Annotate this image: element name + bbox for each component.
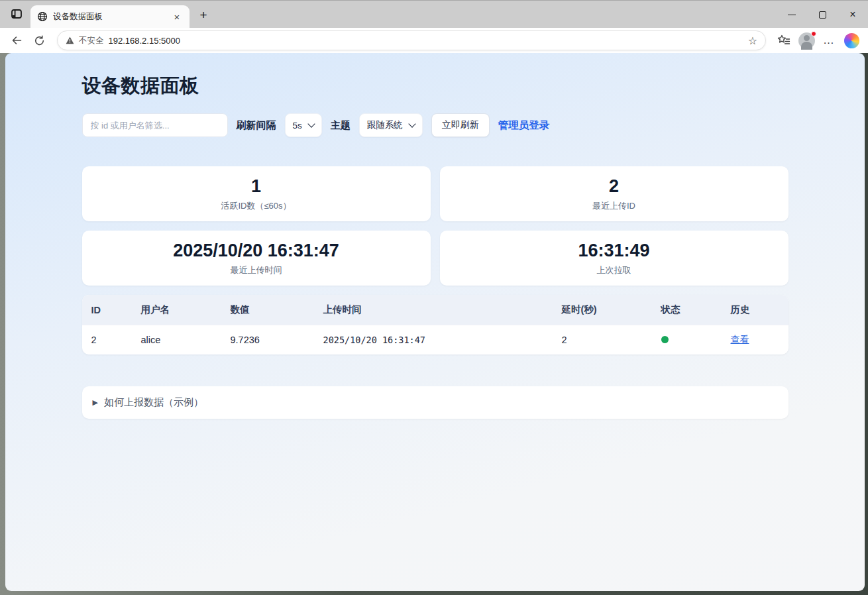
settings-menu-button[interactable]: … — [819, 30, 839, 50]
data-table: ID 用户名 数值 上传时间 延时(秒) 状态 历史 2 alice 9.723… — [82, 295, 788, 354]
stat-card-last-fetch: 16:31:49 上次拉取 — [440, 231, 788, 286]
table-row: 2 alice 9.7236 2025/10/20 16:31:47 2 查看 — [82, 325, 788, 355]
minimize-icon — [788, 15, 796, 15]
browser-tab[interactable]: 设备数据面板 × — [30, 5, 190, 28]
cell-status — [652, 325, 722, 355]
page-title: 设备数据面板 — [82, 73, 788, 99]
window-controls: × — [777, 1, 868, 28]
history-view-link[interactable]: 查看 — [731, 334, 749, 345]
url-text[interactable]: 192.168.2.15:5000 — [109, 36, 743, 46]
theme-label: 主题 — [331, 119, 351, 132]
browser-toolbar: 不安全 192.168.2.15:5000 ☆ … — [0, 28, 868, 53]
back-button[interactable] — [7, 30, 27, 50]
details-summary-text: 如何上报数据（示例） — [104, 396, 203, 409]
refresh-now-button[interactable]: 立即刷新 — [431, 113, 490, 137]
cell-upload-time: 2025/10/20 16:31:47 — [314, 325, 553, 355]
copilot-icon — [844, 33, 859, 48]
stat-label: 最近上传ID — [447, 200, 782, 212]
stat-value: 2 — [447, 176, 782, 197]
stat-label: 上次拉取 — [447, 264, 782, 276]
stat-card-latest-upload-time: 2025/10/20 16:31:47 最近上传时间 — [82, 231, 431, 286]
copilot-button[interactable] — [841, 30, 861, 50]
favorites-list-icon — [777, 34, 790, 46]
stat-label: 最近上传时间 — [89, 264, 424, 276]
status-online-dot — [661, 336, 669, 343]
workspaces-icon — [10, 7, 23, 21]
cell-user: alice — [132, 325, 221, 355]
col-header-id: ID — [82, 295, 132, 325]
stat-value: 2025/10/20 16:31:47 — [89, 241, 424, 261]
refresh-interval-select[interactable]: 5s — [285, 113, 322, 137]
col-header-user: 用户名 — [132, 295, 221, 325]
stats-grid: 1 活跃ID数（≤60s） 2 最近上传ID 2025/10/20 16:31:… — [82, 166, 788, 286]
maximize-button[interactable] — [807, 1, 838, 28]
stat-card-active-ids: 1 活跃ID数（≤60s） — [82, 166, 431, 221]
col-header-delay: 延时(秒) — [553, 295, 652, 325]
desktop-edge: 设备数据面板 刷新间隔 5s 主题 跟随系统 立即刷新 管理员登录 1 活跃ID… — [0, 53, 868, 595]
close-button[interactable]: × — [838, 1, 868, 28]
filter-input[interactable] — [82, 113, 228, 137]
stat-card-latest-id: 2 最近上传ID — [440, 166, 788, 221]
back-icon — [11, 34, 23, 46]
col-header-history: 历史 — [722, 295, 788, 325]
favorite-star-icon[interactable]: ☆ — [748, 34, 757, 47]
notification-dot — [811, 31, 816, 36]
maximize-icon — [819, 11, 826, 19]
page-viewport: 设备数据面板 刷新间隔 5s 主题 跟随系统 立即刷新 管理员登录 1 活跃ID… — [5, 53, 865, 591]
tab-title: 设备数据面板 — [53, 11, 164, 23]
cell-delay: 2 — [553, 325, 652, 355]
not-secure-warning-icon — [66, 36, 74, 44]
close-icon: × — [849, 9, 855, 21]
controls-row: 刷新间隔 5s 主题 跟随系统 立即刷新 管理员登录 — [82, 113, 788, 137]
col-header-status: 状态 — [652, 295, 722, 325]
globe-icon — [37, 11, 48, 22]
new-tab-button[interactable]: + — [192, 4, 215, 27]
reload-icon — [34, 35, 45, 46]
security-label[interactable]: 不安全 — [79, 35, 104, 46]
avatar-head — [804, 35, 810, 41]
chevron-down-icon — [408, 120, 415, 127]
browser-titlebar: 设备数据面板 × + × — [0, 0, 868, 28]
minimize-button[interactable] — [777, 1, 807, 28]
cell-history: 查看 — [722, 325, 788, 355]
cell-id: 2 — [82, 325, 132, 355]
how-to-report-details[interactable]: ▶ 如何上报数据（示例） — [82, 386, 788, 419]
refresh-interval-value: 5s — [293, 121, 302, 131]
tab-actions-button[interactable] — [5, 3, 28, 25]
favorites-hub-button[interactable] — [774, 30, 794, 50]
stat-label: 活跃ID数（≤60s） — [89, 200, 424, 212]
avatar — [798, 32, 815, 49]
profile-button[interactable] — [796, 30, 816, 50]
tab-close-icon[interactable]: × — [170, 9, 184, 24]
refresh-interval-label: 刷新间隔 — [237, 119, 276, 132]
table-header-row: ID 用户名 数值 上传时间 延时(秒) 状态 历史 — [82, 295, 788, 325]
cell-value: 9.7236 — [221, 325, 314, 355]
admin-login-link[interactable]: 管理员登录 — [498, 119, 550, 133]
theme-value: 跟随系统 — [367, 119, 403, 131]
details-expand-icon: ▶ — [93, 398, 98, 407]
col-header-upload-time: 上传时间 — [314, 295, 553, 325]
stat-value: 16:31:49 — [447, 241, 782, 261]
chevron-down-icon — [307, 120, 315, 127]
col-header-value: 数值 — [221, 295, 314, 325]
theme-select[interactable]: 跟随系统 — [359, 113, 423, 137]
avatar-body — [801, 42, 812, 50]
address-bar[interactable]: 不安全 192.168.2.15:5000 ☆ — [57, 30, 766, 50]
data-table-card: ID 用户名 数值 上传时间 延时(秒) 状态 历史 2 alice 9.723… — [82, 295, 788, 354]
ellipsis-icon: … — [823, 34, 835, 47]
stat-value: 1 — [89, 176, 424, 197]
reload-button[interactable] — [29, 30, 49, 50]
